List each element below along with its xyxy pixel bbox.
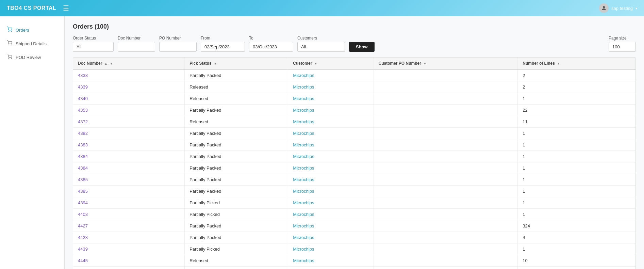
shipped-cart-icon [7,40,12,47]
sidebar-item-orders-label: Orders [16,28,29,33]
cell-customer-po [374,139,518,151]
sidebar-item-shipped-details[interactable]: Shipped Details [0,37,64,50]
cell-num-lines: 1 [518,243,635,255]
svg-point-5 [9,58,9,59]
cell-pick-status: Partially Packed [185,174,288,186]
order-status-filter: Order Status [73,36,114,52]
cell-customer: Microchips [288,255,374,267]
svg-point-1 [9,31,9,31]
cell-pick-status: Partially Picked [185,197,288,209]
cell-doc-number: 4439 [73,243,185,255]
cell-pick-status: Released [185,81,288,93]
svg-point-6 [11,58,12,59]
table-row: 4403 Partially Picked Microchips 1 [73,209,635,220]
table-row: 4385 Partially Packed Microchips 1 [73,186,635,197]
cell-doc-number: 4338 [73,69,185,81]
cell-doc-number: 4427 [73,220,185,232]
filter-pick-status-icon[interactable]: ▼ [214,62,217,65]
cell-num-lines: 1 [518,128,635,139]
doc-number-link[interactable]: 4353 [78,108,88,113]
sidebar-item-pod-review[interactable]: POD Review [0,50,64,64]
cell-customer: Microchips [288,128,374,139]
cell-num-lines: 1 [518,197,635,209]
cell-customer-po [374,69,518,81]
cell-customer-po [374,243,518,255]
doc-number-link[interactable]: 4385 [78,177,88,182]
cell-pick-status: Partially Packed [185,128,288,139]
cell-pick-status: Partially Picked [185,243,288,255]
doc-number-link[interactable]: 4338 [78,73,88,78]
from-input[interactable] [201,42,245,52]
filter-num-lines-icon[interactable]: ▼ [557,62,560,65]
filter-customer-icon[interactable]: ▼ [314,62,317,65]
page-size-input[interactable] [609,42,636,52]
cell-customer-po [374,128,518,139]
doc-number-link[interactable]: 4385 [78,189,88,194]
to-input[interactable] [249,42,293,52]
cell-customer-po [374,209,518,220]
cell-customer: Microchips [288,116,374,128]
filter-doc-number-icon[interactable]: ▼ [110,62,113,65]
orders-table-container: Doc Number ▲ ▼ Pick Status ▼ [73,57,636,269]
order-status-label: Order Status [73,36,114,41]
doc-number-link[interactable]: 4428 [78,235,88,240]
cell-customer: Microchips [288,93,374,105]
doc-number-link[interactable]: 4384 [78,165,88,171]
cell-doc-number: 4383 [73,139,185,151]
table-row: 4338 Partially Packed Microchips 2 [73,69,635,81]
show-button[interactable]: Show [349,42,375,52]
doc-number-label: Doc Number [118,36,155,41]
col-customer-label: Customer [293,61,312,66]
doc-number-link[interactable]: 4339 [78,84,88,90]
hamburger-icon[interactable]: ☰ [63,4,69,12]
page-title: Orders (100) [73,23,636,30]
doc-number-link[interactable]: 4340 [78,96,88,101]
doc-number-link[interactable]: 4394 [78,200,88,205]
filter-customer-po-icon[interactable]: ▼ [423,62,427,65]
customers-input[interactable] [297,42,345,52]
cell-customer-po [374,174,518,186]
table-row: 4385 Partially Packed Microchips 1 [73,174,635,186]
cell-num-lines: 1 [518,209,635,220]
cell-pick-status: Partially Packed [185,105,288,116]
page-size-label: Page size [609,36,636,41]
table-row: 4448 Partially Packed Microchips 3 [73,267,635,269]
po-number-input[interactable] [159,42,197,52]
cell-pick-status: Partially Packed [185,162,288,174]
cell-doc-number: 4385 [73,174,185,186]
pod-cart-icon [7,54,12,61]
doc-number-link[interactable]: 4382 [78,131,88,136]
cell-customer-po [374,220,518,232]
po-number-label: PO Number [159,36,197,41]
avatar [599,3,609,13]
order-status-input[interactable] [73,42,114,52]
filters-bar: Order Status Doc Number PO Number From T… [73,36,636,52]
cell-doc-number: 4448 [73,267,185,269]
header: TBO4 CS PORTAL ☰ sap testing ▾ [0,0,644,16]
sidebar-item-orders[interactable]: Orders [0,23,64,37]
cell-customer: Microchips [288,209,374,220]
cell-num-lines: 1 [518,139,635,151]
user-menu[interactable]: sap testing ▾ [599,3,637,13]
doc-number-link[interactable]: 4384 [78,154,88,159]
doc-number-link[interactable]: 4403 [78,212,88,217]
cell-customer: Microchips [288,243,374,255]
col-pick-status: Pick Status ▼ [185,58,288,69]
table-row: 4353 Partially Packed Microchips 22 [73,105,635,116]
doc-number-link[interactable]: 4427 [78,223,88,228]
doc-number-link[interactable]: 4439 [78,247,88,252]
cell-customer-po [374,162,518,174]
svg-point-2 [11,31,12,31]
cell-num-lines: 1 [518,174,635,186]
user-name: sap testing [611,6,633,11]
sort-doc-number-icon[interactable]: ▲ [104,62,108,65]
po-number-filter: PO Number [159,36,197,52]
cell-doc-number: 4353 [73,105,185,116]
doc-number-link[interactable]: 4372 [78,119,88,124]
doc-number-link[interactable]: 4383 [78,142,88,147]
cell-customer: Microchips [288,105,374,116]
doc-number-link[interactable]: 4445 [78,258,88,263]
cell-customer-po [374,105,518,116]
doc-number-input[interactable] [118,42,155,52]
app-logo: TBO4 CS PORTAL [7,5,56,11]
